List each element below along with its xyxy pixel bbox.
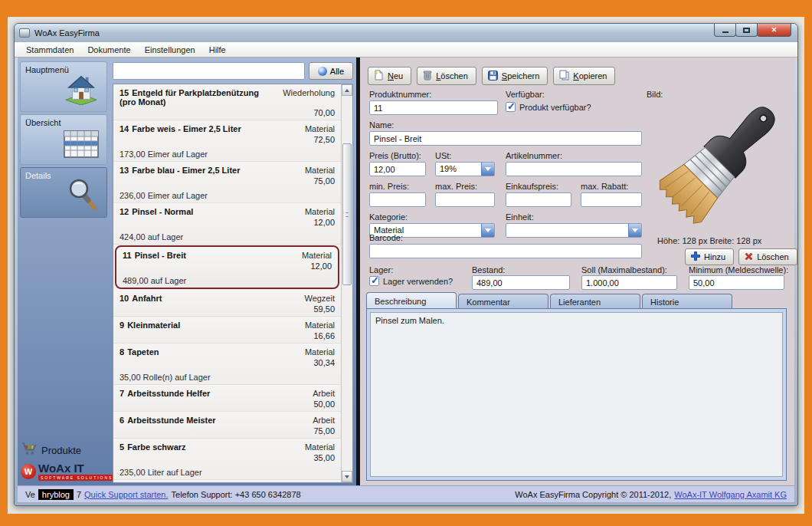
scroll-up-button[interactable] <box>342 84 352 96</box>
tab-historie[interactable]: Historie <box>642 294 732 309</box>
produktnummer-label: Produktnummer: <box>369 90 431 99</box>
produktnummer-input[interactable] <box>369 100 498 115</box>
list-item[interactable]: 11Pinsel - Breit Material 12,00 489,00 a… <box>115 245 339 289</box>
save-button[interactable]: Speichern <box>482 67 548 85</box>
einkaufspreis-label: Einkaufspreis: <box>506 182 558 191</box>
maximize-icon <box>743 28 750 33</box>
detail-toolbar: Neu Löschen <box>368 67 615 85</box>
description-textarea[interactable] <box>370 312 783 477</box>
list-item[interactable]: 4Farbe weis Material EK 14,00 29,75 200,… <box>113 480 341 482</box>
product-image <box>650 90 792 232</box>
minimum-input[interactable] <box>689 275 784 290</box>
preis-input[interactable] <box>369 162 426 176</box>
menu-item-stammdaten[interactable]: Stammdaten <box>19 44 80 56</box>
min-preis-label: min. Preis: <box>369 182 409 191</box>
verfuegbar-label: Verfügbar: <box>506 90 545 99</box>
image-add-button[interactable]: Hinzu <box>685 248 734 265</box>
sidebar: Hauptmenü <box>18 58 110 485</box>
bestand-label: Bestand: <box>472 265 505 275</box>
title-bar[interactable]: WoAx EasyFirma ✕ <box>15 24 797 42</box>
image-delete-button[interactable]: Löschen <box>738 248 797 265</box>
name-input[interactable] <box>369 131 642 146</box>
artikelnummer-input[interactable] <box>506 162 642 176</box>
menu-item-dokumente[interactable]: Dokumente <box>80 44 137 56</box>
artikelnummer-label: Artikelnummer: <box>506 151 562 160</box>
max-rabatt-label: max. Rabatt: <box>581 182 628 191</box>
barcode-label: Barcode: <box>369 233 403 242</box>
tab-lieferanten[interactable]: Lieferanten <box>550 294 640 309</box>
einheit-dropdown[interactable] <box>506 223 642 238</box>
menu-item-einstellungen[interactable]: Einstellungen <box>138 44 202 56</box>
woax-logo-monogram: W <box>21 464 36 479</box>
verfuegbar-checkbox[interactable] <box>506 102 516 112</box>
max-rabatt-input[interactable] <box>581 192 642 207</box>
chevron-down-icon[interactable] <box>628 224 641 237</box>
menu-item-hilfe[interactable]: Hilfe <box>202 44 233 56</box>
status-bar: Ve hryblog 7 Quick Support starten. Tele… <box>18 485 794 502</box>
tab-kommentar[interactable]: Kommentar <box>458 294 548 309</box>
list-scrollbar[interactable] <box>341 84 352 482</box>
list-item[interactable]: 13Farbe blau - Eimer 2,5 Liter Material … <box>113 162 341 203</box>
woax-logo-name: WoAx IT <box>38 462 115 474</box>
scrollbar-thumb[interactable] <box>342 143 352 285</box>
cart-icon <box>21 441 38 459</box>
x-icon <box>745 252 753 262</box>
show-all-button[interactable]: Alle <box>309 62 353 80</box>
list-item[interactable]: 12Pinsel - Normal Material 12,00 424,00 … <box>113 203 341 245</box>
chevron-down-icon[interactable] <box>481 163 494 176</box>
quick-support-link[interactable]: Quick Support starten. <box>84 490 168 499</box>
globe-icon <box>318 67 327 76</box>
scroll-down-button[interactable] <box>342 471 352 482</box>
sidebar-item-uebersicht[interactable]: Übersicht <box>20 114 107 165</box>
delete-button[interactable]: Löschen <box>417 67 476 85</box>
list-item[interactable]: 6Arbeitsstunde Meister Arbeit 75,00 <box>113 412 341 439</box>
house-icon <box>64 73 99 108</box>
watermark-overlay: hryblog <box>38 489 74 500</box>
list-item[interactable]: 7Arbeitsstunde Helfer Arbeit 50,00 <box>113 385 341 412</box>
arrow-up-icon <box>345 89 349 92</box>
sidebar-item-hauptmenu[interactable]: Hauptmenü <box>20 61 107 112</box>
list-item[interactable]: 15Entgeld für Parkplatzbenützung (pro Mo… <box>113 84 341 120</box>
version-text-suffix: 7 <box>77 490 81 499</box>
list-item[interactable]: 5Farbe schwarz Material 35,00 235,00 Lit… <box>113 439 341 480</box>
magnifier-icon <box>65 177 99 214</box>
plus-icon <box>691 251 700 262</box>
copy-button[interactable]: Kopieren <box>553 67 615 85</box>
product-detail-panel: Neu Löschen <box>360 58 794 485</box>
list-item[interactable]: 9Kleinmaterial Material 16,66 <box>113 317 341 344</box>
company-link[interactable]: WoAx-IT Wolfgang Axamit KG <box>674 490 787 499</box>
soll-input[interactable] <box>581 275 677 290</box>
minimize-icon <box>722 31 729 33</box>
scrollbar-track[interactable] <box>342 96 352 471</box>
ust-label: USt: <box>435 151 451 160</box>
new-document-icon <box>374 70 384 82</box>
max-preis-input[interactable] <box>435 192 495 207</box>
list-item[interactable]: 14Farbe weis - Eimer 2,5 Liter Material … <box>113 120 341 162</box>
new-button[interactable]: Neu <box>368 67 411 85</box>
barcode-input[interactable] <box>369 244 642 258</box>
ust-dropdown[interactable]: 19% <box>435 162 495 176</box>
bestand-input[interactable] <box>472 275 570 290</box>
product-list-panel: Alle 15Entgeld für Parkplatzbenützung (p… <box>110 58 356 485</box>
list-item[interactable]: 8Tapeten Material 30,34 35,00 Rolle(n) a… <box>113 344 341 385</box>
copyright-text: WoAx EasyFirma Copyright © 2011-2012, <box>515 490 671 499</box>
scrollbar-grip-icon <box>345 212 349 217</box>
search-input[interactable] <box>113 62 305 80</box>
lager-checkbox[interactable] <box>369 276 379 286</box>
einkaufspreis-input[interactable] <box>506 192 571 207</box>
list-item[interactable]: 10Anfahrt Wegzeit 59,50 <box>113 290 341 317</box>
table-icon <box>64 130 99 161</box>
menu-bar-items: StammdatenDokumenteEinstellungenHilfe <box>15 42 797 58</box>
sidebar-item-details[interactable]: Details <box>20 167 107 218</box>
minimize-button[interactable] <box>714 24 736 37</box>
products-label: Produkte <box>41 445 81 456</box>
version-text-prefix: Ve <box>25 490 35 499</box>
close-button[interactable]: ✕ <box>757 24 791 37</box>
desktop-background: WoAx EasyFirma ✕ StammdatenDokumenteEins… <box>8 17 804 514</box>
chevron-down-icon[interactable] <box>481 224 494 237</box>
app-window: WoAx EasyFirma ✕ StammdatenDokumenteEins… <box>14 23 798 506</box>
min-preis-input[interactable] <box>369 192 426 207</box>
woax-logo: W WoAx IT SOFTWARE SOLUTIONS <box>21 462 106 481</box>
tab-beschreibung[interactable]: Beschreibung <box>366 292 457 309</box>
maximize-button[interactable] <box>735 24 758 37</box>
